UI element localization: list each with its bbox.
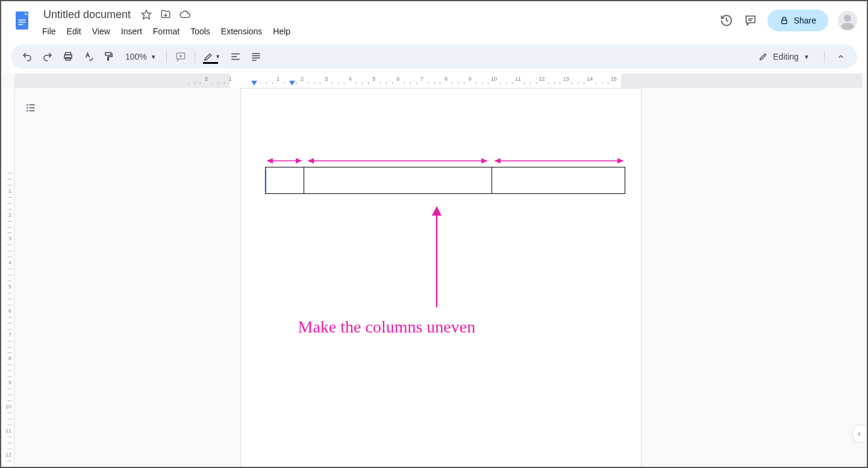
menu-edit[interactable]: Edit bbox=[62, 24, 86, 39]
menu-help[interactable]: Help bbox=[268, 24, 295, 39]
share-button[interactable]: Share bbox=[767, 10, 828, 31]
title-area: Untitled document File Edit View Insert … bbox=[40, 6, 719, 40]
side-panel-toggle[interactable]: ‹ bbox=[852, 425, 866, 443]
header: Untitled document File Edit View Insert … bbox=[1, 1, 867, 40]
chevron-down-icon: ▼ bbox=[151, 54, 157, 60]
toolbar: 100%▼ ▼ Editing ▼ bbox=[11, 45, 857, 69]
document-table[interactable] bbox=[265, 167, 625, 194]
svg-rect-22 bbox=[252, 58, 260, 59]
table-cell[interactable] bbox=[304, 167, 492, 194]
print-button[interactable] bbox=[59, 48, 77, 66]
comment-icon[interactable] bbox=[743, 13, 758, 28]
horizontal-ruler[interactable]: 21123456789101112131415 bbox=[14, 73, 856, 88]
spellcheck-button[interactable] bbox=[80, 48, 98, 66]
svg-marker-4 bbox=[142, 10, 151, 19]
table-row[interactable] bbox=[265, 167, 625, 194]
svg-rect-1 bbox=[19, 20, 26, 21]
document-page[interactable]: Make the columns uneven bbox=[240, 88, 642, 467]
annotation-text: Make the columns uneven bbox=[298, 317, 476, 337]
svg-rect-3 bbox=[19, 24, 23, 25]
table-align-button[interactable] bbox=[226, 48, 245, 66]
svg-rect-2 bbox=[19, 22, 26, 23]
menu-view[interactable]: View bbox=[87, 24, 115, 39]
svg-rect-21 bbox=[252, 55, 260, 57]
annotation-arrow-vertical bbox=[428, 206, 446, 308]
text-cursor bbox=[266, 169, 267, 193]
lock-icon bbox=[779, 16, 789, 25]
editing-mode-button[interactable]: Editing ▼ bbox=[751, 52, 817, 61]
menu-bar: File Edit View Insert Format Tools Exten… bbox=[37, 23, 719, 40]
toolbar-wrap: 100%▼ ▼ Editing ▼ bbox=[1, 40, 867, 73]
svg-rect-20 bbox=[252, 53, 260, 54]
vertical-ruler[interactable]: 1234567891011121314 bbox=[1, 89, 14, 467]
pencil-icon bbox=[758, 52, 768, 61]
svg-point-9 bbox=[844, 14, 851, 22]
svg-rect-19 bbox=[231, 59, 240, 60]
svg-rect-18 bbox=[231, 56, 237, 57]
chevron-down-icon: ▼ bbox=[215, 54, 220, 60]
avatar[interactable] bbox=[838, 11, 857, 30]
highlight-color-button[interactable]: ▼ bbox=[200, 48, 224, 66]
menu-extensions[interactable]: Extensions bbox=[216, 24, 267, 39]
share-label: Share bbox=[794, 16, 816, 25]
svg-rect-23 bbox=[252, 60, 257, 61]
header-actions: Share bbox=[719, 10, 857, 31]
menu-insert[interactable]: Insert bbox=[116, 24, 147, 39]
table-options-button[interactable] bbox=[247, 48, 265, 66]
redo-button[interactable] bbox=[39, 48, 57, 66]
page-scroll[interactable]: Make the columns uneven bbox=[14, 88, 867, 467]
add-comment-button[interactable] bbox=[172, 48, 190, 66]
collapse-toolbar-button[interactable] bbox=[832, 48, 850, 66]
docs-logo[interactable] bbox=[11, 8, 35, 33]
menu-format[interactable]: Format bbox=[148, 24, 184, 39]
svg-rect-17 bbox=[231, 54, 240, 55]
menu-tools[interactable]: Tools bbox=[186, 24, 215, 39]
svg-rect-13 bbox=[105, 52, 111, 55]
svg-rect-7 bbox=[782, 20, 787, 23]
document-title[interactable]: Untitled document bbox=[40, 7, 134, 22]
cloud-icon[interactable] bbox=[178, 7, 192, 22]
star-icon[interactable] bbox=[139, 7, 154, 22]
chevron-down-icon: ▼ bbox=[804, 54, 810, 60]
canvas-area: 21123456789101112131415 1234567891011121… bbox=[1, 73, 867, 467]
annotation-arrows-horizontal bbox=[264, 155, 626, 167]
table-cell[interactable] bbox=[492, 167, 625, 194]
zoom-select[interactable]: 100%▼ bbox=[120, 52, 161, 61]
menu-file[interactable]: File bbox=[37, 24, 61, 39]
table-cell[interactable] bbox=[265, 167, 304, 194]
move-icon[interactable] bbox=[158, 7, 173, 22]
history-icon[interactable] bbox=[719, 13, 734, 28]
paint-format-button[interactable] bbox=[100, 48, 118, 66]
annotation-layer: Make the columns uneven bbox=[241, 89, 641, 467]
undo-button[interactable] bbox=[18, 48, 36, 66]
